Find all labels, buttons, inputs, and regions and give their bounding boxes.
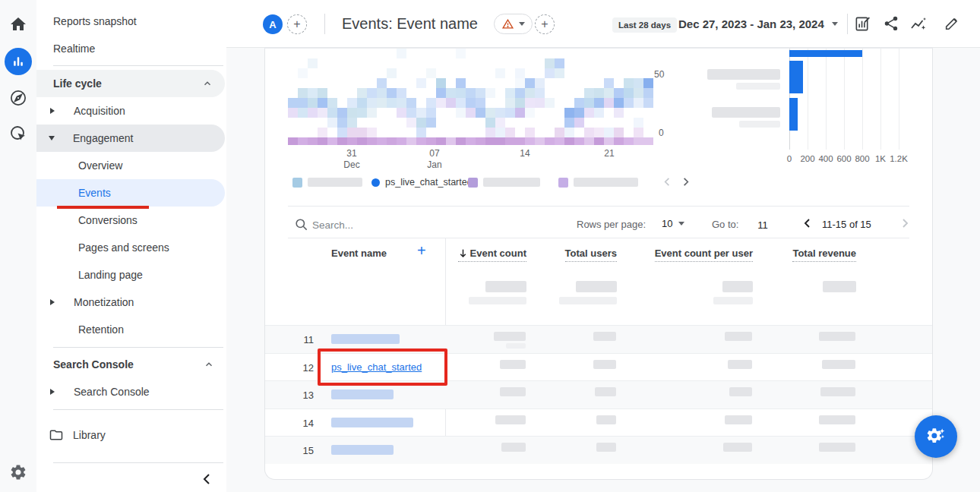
redacted-chart-cell [308, 58, 318, 68]
column-header-event-name[interactable]: Event name [331, 248, 387, 261]
redacted-chart-cell [643, 98, 653, 108]
next-page-chevron[interactable] [899, 217, 911, 229]
redacted-chart-cell [495, 128, 505, 137]
sidebar-item-engagement[interactable]: Engagement [36, 125, 225, 152]
rows-per-page-select[interactable]: 10 [662, 218, 684, 229]
advertising-icon[interactable] [9, 125, 27, 143]
legend-item-redacted[interactable] [558, 176, 638, 188]
redacted-chart-cell [634, 137, 643, 145]
redacted-chart-cell [495, 108, 505, 118]
legend-next-chevron[interactable] [680, 176, 692, 188]
share-icon[interactable] [883, 15, 901, 33]
event-name-link[interactable]: ps_live_chat_started [331, 361, 422, 373]
redacted-cell [596, 443, 616, 452]
date-range-text: Dec 27, 2023 - Jan 23, 2024 [678, 17, 824, 30]
redacted-chart-cell [387, 88, 397, 98]
goto-page-input[interactable] [750, 215, 776, 235]
redacted-chart-cell [594, 98, 604, 108]
events-report-card: 50 0 31Dec 07Jan 14 21 0 200 400 [264, 48, 933, 480]
redacted-chart-cell [495, 118, 505, 128]
redacted-cell [819, 443, 855, 452]
redacted-chart-cell [564, 108, 574, 118]
redacted-chart-cell [476, 88, 485, 98]
sidebar-section-search-console[interactable]: Search Console [36, 351, 226, 378]
customize-report-icon[interactable] [854, 15, 872, 33]
redacted-chart-cell [584, 88, 594, 98]
redacted-chart-cell [426, 98, 436, 108]
redacted-chart-cell [614, 98, 624, 108]
column-header-total-users[interactable]: Total users [565, 248, 617, 262]
reports-nav-button[interactable] [5, 48, 32, 75]
edit-pencil-icon[interactable] [944, 15, 962, 33]
sidebar-item-retention[interactable]: Retention [36, 316, 226, 343]
sidebar-item-pages-and-screens[interactable]: Pages and screens [36, 234, 226, 261]
redacted-chart-cell [624, 98, 634, 108]
redacted-chart-cell [643, 88, 653, 98]
sidebar-section-life-cycle[interactable]: Life cycle [36, 70, 225, 97]
redacted-legend-label [574, 178, 638, 187]
account-avatar[interactable]: A [263, 14, 283, 34]
sidebar-label: Overview [78, 159, 122, 172]
redacted-chart-cell [446, 88, 456, 98]
redacted-chart-cell [387, 98, 397, 108]
add-report-tab-button[interactable]: + [535, 14, 555, 34]
date-range-picker[interactable]: Dec 27, 2023 - Jan 23, 2024 [678, 0, 838, 48]
add-dimension-button[interactable]: + [417, 242, 426, 260]
sidebar-item-realtime[interactable]: Realtime [36, 35, 226, 62]
table-row[interactable]: 11 [265, 325, 932, 353]
sidebar-item-overview[interactable]: Overview [36, 152, 226, 179]
redacted-chart-cell [397, 49, 406, 58]
sidebar-item-search-console[interactable]: Search Console [36, 378, 226, 405]
sidebar-item-events-selected[interactable]: Events [36, 179, 225, 207]
sidebar-item-acquisition[interactable]: Acquisition [36, 97, 226, 125]
redacted-cell [820, 387, 855, 396]
table-row[interactable]: 14 [265, 408, 932, 437]
redacted-chart-cell [357, 108, 367, 118]
redacted-chart-cell [466, 98, 476, 108]
legend-item-ps-live-chat-started[interactable]: ps_live_chat_started [371, 176, 473, 188]
admin-gear-icon[interactable] [9, 463, 27, 481]
data-quality-button[interactable] [494, 14, 533, 34]
insights-icon[interactable] [909, 15, 928, 33]
redacted-chart-cell [594, 128, 604, 137]
redacted-chart-cell [584, 98, 594, 108]
redacted-cell [725, 332, 752, 341]
folder-icon [49, 427, 64, 443]
date-preset-badge: Last 28 days [612, 17, 677, 33]
sidebar-item-landing-page[interactable]: Landing page [36, 261, 226, 289]
sidebar-item-monetization[interactable]: Monetization [36, 289, 226, 316]
column-header-total-revenue[interactable]: Total revenue [792, 248, 856, 262]
redacted-legend-label [483, 178, 540, 187]
sidebar-item-conversions[interactable]: Conversions [36, 207, 226, 234]
redacted-chart-cell [288, 98, 298, 108]
column-header-event-count[interactable]: Event count [458, 248, 526, 262]
legend-prev-chevron[interactable] [662, 176, 674, 188]
add-comparison-button[interactable]: + [287, 14, 307, 34]
legend-item-redacted[interactable] [468, 176, 540, 188]
row-number: 15 [296, 445, 314, 456]
x-axis-tick: 31Dec [343, 148, 359, 171]
sidebar-item-reports-snapshot[interactable]: Reports snapshot [36, 8, 226, 35]
collapse-sidebar-chevron[interactable] [201, 472, 214, 486]
redacted-cell [819, 415, 855, 424]
redacted-bar-label [739, 121, 780, 128]
explore-icon[interactable] [9, 89, 27, 107]
table-row[interactable]: 15 [265, 436, 932, 464]
home-icon[interactable] [9, 15, 27, 33]
expand-arrow-icon [50, 389, 55, 395]
sidebar-item-library[interactable]: Library [36, 421, 226, 449]
table-row[interactable]: 13 [265, 380, 932, 408]
previous-page-chevron[interactable] [801, 217, 814, 229]
redacted-cell [728, 360, 752, 369]
legend-item-redacted[interactable] [292, 176, 362, 188]
table-row-highlighted[interactable]: 12 ps_live_chat_started [265, 353, 932, 381]
redacted-bar-label [736, 83, 780, 90]
redacted-chart-cell [584, 128, 594, 137]
redacted-legend-label [308, 178, 362, 187]
redacted-chart-cell [347, 98, 357, 108]
redacted-cell [495, 415, 526, 424]
table-search-input[interactable] [312, 216, 479, 234]
redacted-chart-cell [406, 108, 416, 118]
column-header-event-count-per-user[interactable]: Event count per user [655, 248, 753, 262]
insights-fab-button[interactable] [915, 415, 957, 458]
